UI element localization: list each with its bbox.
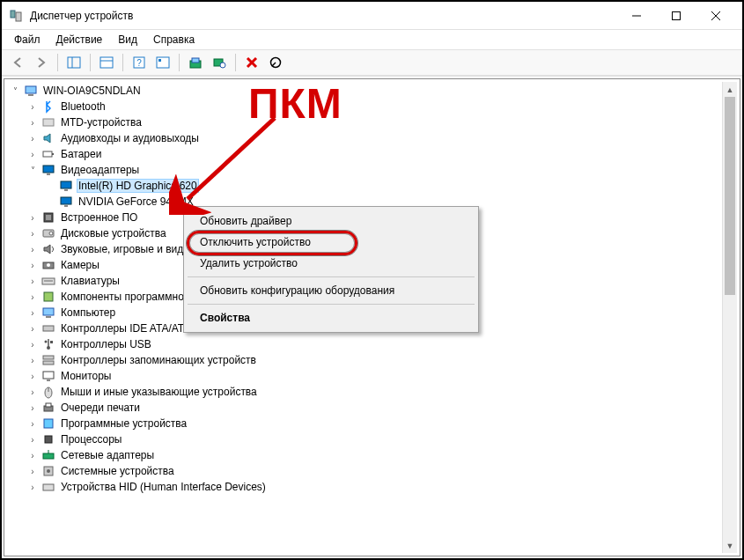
- collapse-icon[interactable]: ˅: [27, 165, 38, 175]
- expand-icon[interactable]: ›: [27, 260, 38, 270]
- uninstall-button[interactable]: [241, 52, 262, 73]
- ctx-disable-device[interactable]: Отключить устройство: [186, 232, 476, 253]
- maximize-button[interactable]: [656, 3, 696, 29]
- menu-file[interactable]: Файл: [7, 32, 48, 48]
- menu-help[interactable]: Справка: [146, 32, 202, 48]
- category-label: Bluetooth: [59, 100, 107, 113]
- expand-icon[interactable]: ›: [27, 466, 38, 476]
- expand-icon[interactable]: ›: [27, 355, 38, 365]
- context-menu: Обновить драйвер Отключить устройство Уд…: [183, 206, 479, 333]
- collapse-icon[interactable]: ˅: [10, 85, 20, 96]
- scroll-up-button[interactable]: ▲: [723, 82, 737, 97]
- category-node[interactable]: ˅Видеоадаптеры: [27, 162, 738, 178]
- category-node[interactable]: ›Очереди печати: [27, 400, 738, 416]
- scan-hardware-button[interactable]: [209, 52, 230, 73]
- print-icon: [41, 401, 55, 415]
- expand-icon[interactable]: ›: [27, 307, 38, 318]
- category-label: Компьютер: [59, 306, 117, 319]
- ctx-scan-hardware[interactable]: Обновить конфигурацию оборудования: [186, 280, 476, 301]
- battery-icon: [41, 147, 55, 161]
- show-hide-tree-button[interactable]: [63, 52, 85, 73]
- close-button[interactable]: [696, 3, 735, 29]
- storage-icon: [41, 353, 55, 367]
- scroll-thumb[interactable]: [725, 97, 735, 295]
- expand-icon[interactable]: ›: [27, 291, 38, 302]
- scroll-down-button[interactable]: ▼: [723, 538, 737, 553]
- category-node[interactable]: ›Bluetooth: [27, 99, 738, 114]
- monitor-icon: [41, 369, 55, 383]
- svg-rect-25: [52, 153, 54, 155]
- svg-rect-56: [44, 419, 53, 428]
- category-node[interactable]: ›Сетевые адаптеры: [27, 447, 738, 463]
- action-button[interactable]: [152, 52, 173, 73]
- expand-icon[interactable]: ›: [27, 402, 38, 413]
- svg-rect-55: [46, 403, 51, 407]
- category-label: Встроенное ПО: [59, 211, 139, 224]
- category-node[interactable]: ›Системные устройства: [27, 463, 738, 479]
- expand-icon[interactable]: ›: [27, 418, 38, 429]
- svg-rect-26: [43, 166, 54, 173]
- svg-rect-22: [28, 94, 33, 96]
- scroll-track[interactable]: [723, 97, 737, 538]
- expand-icon[interactable]: ›: [27, 482, 38, 492]
- category-node[interactable]: ›Мыши и иные указывающие устройства: [27, 384, 738, 400]
- toolbar-separator: [90, 54, 91, 71]
- generic-icon: [41, 115, 55, 129]
- category-node[interactable]: ›Контроллеры запоминающих устройств: [27, 352, 738, 368]
- svg-rect-47: [50, 341, 53, 343]
- menu-action[interactable]: Действие: [49, 32, 110, 48]
- nav-forward-button[interactable]: [31, 52, 52, 73]
- ctx-remove-device[interactable]: Удалить устройство: [186, 253, 476, 274]
- properties-button[interactable]: [96, 52, 117, 73]
- expand-icon[interactable]: ›: [27, 323, 38, 334]
- root-label: WIN-OIA9C5NDLAN: [41, 85, 143, 97]
- expand-icon[interactable]: ›: [27, 149, 38, 159]
- ctx-properties[interactable]: Свойства: [186, 307, 476, 328]
- vertical-scrollbar[interactable]: ▲ ▼: [722, 82, 737, 553]
- menubar: Файл Действие Вид Справка: [2, 30, 742, 49]
- sw2-icon: [41, 416, 55, 431]
- category-node[interactable]: ›MTD-устройства: [27, 114, 738, 130]
- category-label: Видеоадаптеры: [59, 164, 141, 176]
- category-node[interactable]: ›Батареи: [27, 146, 738, 162]
- toolbar-separator: [235, 54, 236, 71]
- expand-icon[interactable]: ›: [27, 244, 38, 254]
- svg-rect-12: [157, 57, 169, 68]
- expand-icon[interactable]: ›: [27, 117, 38, 128]
- expand-icon[interactable]: ›: [27, 387, 38, 397]
- category-node[interactable]: ›Процессоры: [27, 431, 738, 447]
- minimize-button[interactable]: [616, 3, 656, 29]
- category-label: Программные устройства: [59, 417, 188, 430]
- toolbar-separator: [122, 54, 123, 71]
- ctx-update-driver[interactable]: Обновить драйвер: [186, 210, 476, 232]
- expand-icon[interactable]: ›: [27, 276, 38, 286]
- menu-view[interactable]: Вид: [111, 32, 144, 48]
- category-label: Устройства HID (Human Interface Devices): [59, 481, 268, 493]
- category-node[interactable]: ›Программные устройства: [27, 416, 738, 431]
- disable-button[interactable]: [265, 52, 286, 73]
- tree-root[interactable]: ˅WIN-OIA9C5NDLAN: [10, 83, 738, 99]
- category-node[interactable]: ›Мониторы: [27, 368, 738, 384]
- expand-icon[interactable]: ›: [27, 450, 38, 461]
- category-label: Мониторы: [59, 370, 113, 382]
- expand-icon[interactable]: ›: [27, 212, 38, 223]
- expand-icon[interactable]: ›: [27, 101, 38, 112]
- expand-icon[interactable]: ›: [27, 228, 38, 239]
- sound-icon: [41, 242, 55, 256]
- category-label: Сетевые адаптеры: [59, 449, 156, 461]
- expand-icon[interactable]: ›: [27, 133, 38, 144]
- category-node[interactable]: ›Устройства HID (Human Interface Devices…: [27, 479, 738, 495]
- device-node[interactable]: ·Intel(R) HD Graphics 620: [45, 178, 738, 194]
- help-button[interactable]: ?: [129, 52, 150, 73]
- update-driver-button[interactable]: [185, 52, 206, 73]
- expand-icon[interactable]: ›: [27, 339, 38, 350]
- category-node[interactable]: ›Аудиовходы и аудиовыходы: [27, 130, 738, 146]
- category-label: Аудиовходы и аудиовыходы: [59, 132, 201, 144]
- category-node[interactable]: ›Контроллеры USB: [27, 336, 738, 352]
- svg-rect-21: [26, 86, 36, 93]
- expand-icon[interactable]: ›: [27, 371, 38, 381]
- expand-icon[interactable]: ›: [27, 434, 38, 445]
- ide-icon: [41, 321, 55, 335]
- nav-back-button[interactable]: [7, 52, 28, 73]
- svg-rect-0: [11, 11, 15, 18]
